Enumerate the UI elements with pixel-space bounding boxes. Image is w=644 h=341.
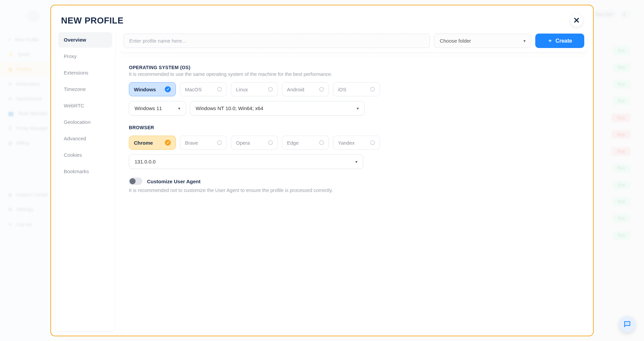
- modal-title: NEW PROFILE: [61, 15, 123, 26]
- check-icon: ✓: [165, 140, 171, 146]
- radio-icon: [268, 87, 273, 92]
- os-option-linux[interactable]: Linux: [231, 82, 278, 96]
- browser-option-brave[interactable]: Brave: [180, 136, 227, 150]
- os-option-ios[interactable]: iOS: [333, 82, 380, 96]
- customize-ua-label: Customize User Agent: [147, 179, 200, 184]
- tab-webrtc[interactable]: WebRTC: [58, 98, 112, 113]
- chat-bubble-button[interactable]: [619, 316, 635, 332]
- folder-select-label: Choose folder: [440, 38, 471, 44]
- check-icon: ✓: [165, 86, 171, 92]
- os-section-title: OPERATING SYSTEM (OS): [129, 65, 579, 70]
- tab-cookies[interactable]: Cookies: [58, 147, 112, 162]
- browser-option-opera[interactable]: Opera: [231, 136, 278, 150]
- create-button[interactable]: ＋ Create: [535, 34, 584, 48]
- radio-icon: [217, 87, 222, 92]
- browser-version-select[interactable]: 131.0.0.0 ▾: [129, 154, 363, 169]
- os-section-desc: It is recommended to use the same operat…: [129, 71, 579, 77]
- radio-icon: [217, 140, 222, 145]
- create-button-label: Create: [555, 38, 572, 44]
- top-row: Choose folder ▾ ＋ Create: [119, 30, 588, 52]
- chevron-down-icon: ▾: [178, 106, 180, 111]
- customize-ua-desc: It is recommended not to customize the U…: [129, 188, 579, 193]
- radio-icon: [319, 87, 324, 92]
- os-option-windows[interactable]: Windows ✓: [129, 82, 176, 96]
- tab-proxy[interactable]: Proxy: [58, 49, 112, 64]
- customize-ua-toggle[interactable]: [129, 178, 142, 185]
- radio-icon: [319, 140, 324, 145]
- chat-icon: [623, 320, 631, 328]
- side-tabs: Overview Proxy Extensions Timezone WebRT…: [56, 30, 115, 331]
- radio-icon: [268, 140, 273, 145]
- chevron-down-icon: ▾: [524, 39, 526, 43]
- plus-icon: ＋: [547, 37, 553, 44]
- close-icon: ✕: [573, 16, 580, 25]
- tab-geolocation[interactable]: Geolocation: [58, 114, 112, 130]
- browser-option-chrome[interactable]: Chrome ✓: [129, 136, 176, 150]
- ua-platform-select[interactable]: Windows NT 10.0; Win64; x64 ▾: [190, 101, 364, 115]
- folder-select[interactable]: Choose folder ▾: [434, 34, 531, 48]
- os-option-macos[interactable]: MacOS: [180, 82, 227, 96]
- profile-name-input[interactable]: [123, 34, 430, 48]
- chevron-down-icon: ▾: [357, 106, 359, 111]
- tab-bookmarks[interactable]: Bookmarks: [58, 164, 112, 179]
- overview-panel: OPERATING SYSTEM (OS) It is recommended …: [119, 57, 588, 331]
- tab-overview[interactable]: Overview: [58, 32, 112, 47]
- close-button[interactable]: ✕: [570, 14, 583, 27]
- tab-extensions[interactable]: Extensions: [58, 65, 112, 80]
- browser-option-edge[interactable]: Edge: [282, 136, 329, 150]
- os-option-android[interactable]: Android: [282, 82, 329, 96]
- tab-advanced[interactable]: Advanced: [58, 131, 112, 146]
- browser-section-title: BROWSER: [129, 125, 579, 130]
- toggle-knob: [130, 178, 136, 184]
- chevron-down-icon: ▾: [355, 159, 357, 164]
- browser-options: Chrome ✓ Brave Opera Edge: [129, 136, 579, 150]
- tab-timezone[interactable]: Timezone: [58, 82, 112, 97]
- radio-icon: [370, 87, 375, 92]
- browser-option-yandex[interactable]: Yandex: [333, 136, 380, 150]
- os-version-select[interactable]: Windows 11 ▾: [129, 101, 186, 115]
- os-options: Windows ✓ MacOS Linux Android: [129, 82, 579, 96]
- new-profile-modal: NEW PROFILE ✕ Overview Proxy Extensions …: [50, 5, 594, 336]
- radio-icon: [370, 140, 375, 145]
